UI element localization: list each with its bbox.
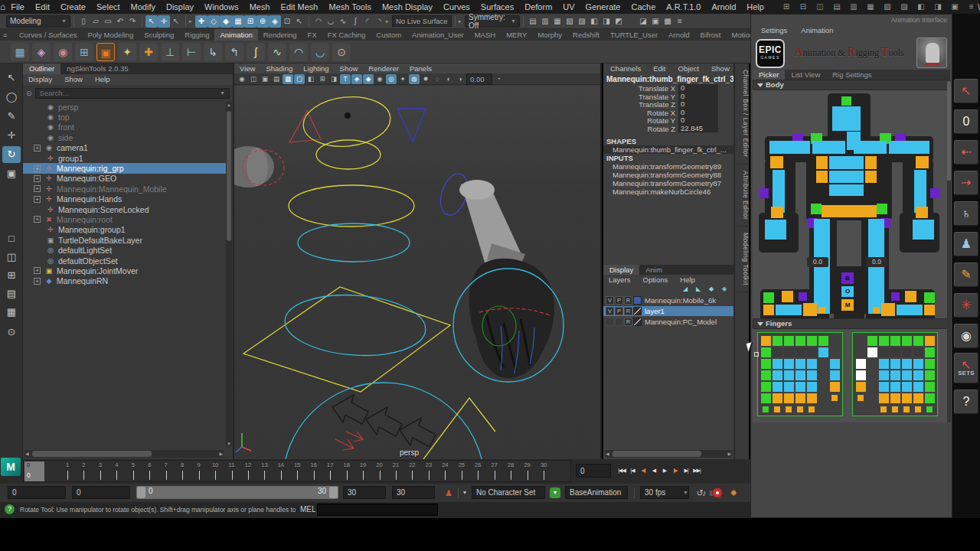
finger-control[interactable]: [795, 370, 805, 380]
snap-projected-center-icon[interactable]: ▦: [232, 15, 244, 28]
toggle-modeling-toolkit-icon[interactable]: ◪: [637, 15, 649, 28]
shelf-tab-turtle-user[interactable]: TURTLE_User: [605, 29, 663, 41]
select-tool[interactable]: ↖: [2, 70, 21, 86]
play-forwards-button[interactable]: ▶: [660, 464, 669, 478]
texture-display-icon[interactable]: ▧: [881, 1, 893, 13]
select-by-component-icon[interactable]: ↖: [170, 15, 182, 28]
body-picker-control[interactable]: [930, 188, 940, 198]
attribute-value-field[interactable]: 0: [678, 116, 718, 125]
outliner-item[interactable]: +✛Mannequin:rig_grp: [23, 163, 226, 173]
finger-control[interactable]: [925, 347, 935, 357]
export-motion-button[interactable]: ⇢: [954, 171, 978, 195]
outliner-item[interactable]: +✛Mannequin:Hands: [23, 194, 226, 204]
layout-grid[interactable]: ▦: [2, 304, 21, 321]
input-node-item[interactable]: Mannequin:makeNurbCircle46: [603, 187, 733, 196]
mannequin-thumbnail-button[interactable]: [916, 37, 947, 68]
channel-menu-show[interactable]: Show: [706, 64, 735, 74]
outliner-item[interactable]: ◉persp: [23, 102, 226, 112]
glove-hand-mesh[interactable]: [469, 259, 554, 378]
panel-toggle-icon[interactable]: ⊟: [797, 1, 809, 13]
shelf-tab-mash[interactable]: MASH: [469, 29, 501, 41]
shelf-tab-rigging[interactable]: Rigging: [179, 29, 214, 41]
finger-control[interactable]: [773, 359, 782, 369]
yellow-circle-control-1[interactable]: [301, 93, 393, 151]
move-tool[interactable]: ✛: [2, 127, 21, 144]
yellow-circle-control-3[interactable]: [289, 185, 414, 227]
light-display-icon[interactable]: ▨: [898, 1, 910, 13]
layout-three-pane[interactable]: ▤: [2, 285, 21, 302]
arc-up-tool-icon[interactable]: ◠: [289, 43, 308, 61]
art-tab-rig-settings[interactable]: Rig Settings: [826, 70, 877, 80]
cluster-tool-icon[interactable]: ◉: [54, 43, 72, 61]
yellow-square-control[interactable]: [243, 287, 450, 392]
outliner-item[interactable]: ✛group1: [23, 153, 226, 163]
menu-uv[interactable]: UV: [557, 0, 580, 14]
finger-control[interactable]: [807, 359, 817, 369]
hook-tool-icon[interactable]: ↳: [204, 43, 222, 61]
circle-tool-icon[interactable]: ⊙: [332, 43, 351, 61]
toggle-tool-settings-icon[interactable]: ▩: [662, 15, 674, 28]
outliner-menu-show[interactable]: Show: [59, 74, 88, 85]
animation-preferences-icon[interactable]: ✸: [727, 487, 740, 499]
move-layer-down-icon[interactable]: ◣: [694, 285, 703, 294]
side-tab-channel-box-layer-editor[interactable]: Channel Box / Layer Editor: [735, 64, 750, 165]
body-picker-control[interactable]: [759, 188, 769, 198]
animation-start-field[interactable]: 0: [8, 486, 66, 499]
grid-plane-tool-icon[interactable]: ▦: [11, 43, 29, 61]
new-scene-icon[interactable]: ▯: [77, 15, 90, 28]
wire-on-shaded-icon[interactable]: ◆: [363, 74, 374, 84]
muscle-icon[interactable]: ◨: [600, 15, 612, 28]
menu-a-r-t-1-0[interactable]: A.R.T.1.0: [661, 0, 706, 14]
split-left-icon[interactable]: ◧: [915, 1, 927, 13]
step-back-frame-button[interactable]: ◀|: [639, 464, 648, 478]
body-picker-control[interactable]: [763, 292, 774, 303]
finger-control[interactable]: [879, 359, 889, 369]
body-picker-control[interactable]: [829, 156, 864, 169]
body-picker-control[interactable]: O: [841, 286, 854, 297]
body-picker-control[interactable]: M: [841, 299, 854, 311]
outliner-item[interactable]: ◉top: [23, 112, 226, 122]
zoom-layout-icon[interactable]: ⊙: [2, 324, 21, 341]
menu-generate[interactable]: Generate: [580, 0, 626, 14]
channel-menu-object[interactable]: Object: [673, 64, 704, 74]
shelf-tab-bifrost[interactable]: Bifrost: [695, 29, 727, 41]
body-picker-control[interactable]: [803, 303, 817, 316]
menu-create[interactable]: Create: [55, 0, 91, 14]
finger-control[interactable]: [867, 347, 877, 357]
menu-file[interactable]: File: [5, 0, 30, 14]
menu-select[interactable]: Select: [91, 0, 126, 14]
input-node-item[interactable]: Mannequin:transformGeometry89: [603, 162, 733, 171]
highlight-selection-icon[interactable]: ↖: [293, 15, 305, 28]
menu-edit[interactable]: Edit: [30, 0, 55, 14]
step-forward-frame-button[interactable]: |▶: [671, 464, 680, 478]
body-picker-control[interactable]: [897, 305, 923, 315]
finger-control[interactable]: [807, 336, 817, 346]
finger-control[interactable]: [915, 406, 921, 412]
outliner-item[interactable]: +✖Mannequin:root: [23, 214, 226, 224]
finger-control[interactable]: [890, 359, 900, 369]
finger-control[interactable]: [773, 370, 782, 380]
empty-layer-icon[interactable]: ◆: [707, 285, 716, 294]
finger-control[interactable]: [890, 347, 900, 357]
outliner-tab-1[interactable]: ngSkinTools 2.0.35: [60, 64, 134, 74]
body-picker-control[interactable]: [913, 220, 934, 240]
active-shelf-item-icon[interactable]: ▣: [96, 43, 115, 61]
art-tab-list-view[interactable]: List View: [785, 70, 826, 80]
fluids-icon[interactable]: ◩: [612, 15, 625, 28]
blue-triangle-control[interactable]: [397, 109, 426, 142]
menu-options-icon[interactable]: ≡: [965, 1, 978, 13]
hud-toggle-icon[interactable]: T: [340, 74, 351, 84]
finger-control[interactable]: [830, 370, 840, 380]
shelf-tab-rendering[interactable]: Rendering: [258, 29, 302, 41]
fingers-section-header[interactable]: Fingers: [753, 318, 950, 329]
finger-control[interactable]: [879, 393, 889, 403]
finger-control[interactable]: [807, 370, 817, 380]
shelf-tab-curves-surfaces[interactable]: Curves / Surfaces: [14, 29, 83, 41]
snapshot-icon[interactable]: ◔: [493, 74, 504, 84]
yellow-corner-lines[interactable]: [423, 398, 495, 459]
expand-caret-icon[interactable]: ▸: [459, 18, 465, 24]
play-backwards-button[interactable]: ◀: [649, 464, 658, 478]
finger-control[interactable]: [892, 406, 898, 412]
finger-control[interactable]: [795, 336, 805, 346]
body-picker-control[interactable]: [769, 141, 810, 154]
